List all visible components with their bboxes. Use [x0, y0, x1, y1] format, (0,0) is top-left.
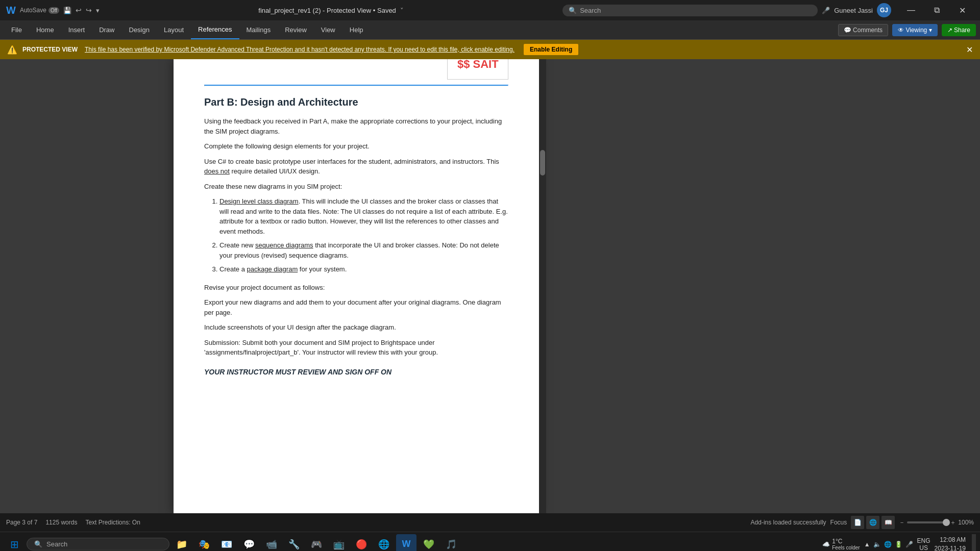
more-button[interactable]: ▾ — [96, 7, 100, 14]
tray-icon-2[interactable]: 🔈 — [873, 541, 881, 548]
title-bar: W AutoSave Off 💾 ↩ ↪ ▾ final_project_rev… — [0, 0, 980, 20]
tab-file[interactable]: File — [4, 20, 29, 39]
list-item-3: Create a package diagram for your system… — [219, 264, 508, 274]
read-view-icon[interactable]: 📖 — [881, 516, 895, 529]
title-bar-left: W AutoSave Off 💾 ↩ ↪ ▾ — [6, 5, 100, 16]
minimize-button[interactable]: — — [899, 2, 923, 18]
weather-widget: ☁️ 1°C Feels colder — [822, 538, 860, 550]
para2: Complete the following design elements f… — [204, 141, 508, 152]
protected-label: PROTECTED VIEW — [22, 46, 78, 53]
taskbar-app-8[interactable]: 🔴 — [351, 534, 372, 552]
zoom-in-btn[interactable]: ＋ — [950, 518, 956, 527]
taskbar-app-1[interactable]: 🎭 — [194, 534, 214, 552]
title-bar-right: 🔍 Search 🎤 Guneet Jassi GJ — ⧉ ✕ — [562, 2, 974, 18]
user-name: Guneet Jassi — [834, 7, 873, 14]
share-button[interactable]: ↗ Share — [942, 24, 976, 36]
close-bar-button[interactable]: ✕ — [966, 45, 973, 55]
para3: Use C# to create basic prototype user in… — [204, 157, 508, 177]
taskbar-file-explorer[interactable]: 📁 — [172, 534, 192, 552]
taskbar-app-2[interactable]: 📧 — [216, 534, 237, 552]
part-b-heading: Part B: Design and Architecture — [204, 96, 508, 108]
tab-review[interactable]: Review — [278, 20, 314, 39]
para5: Revise your project document as follows: — [204, 283, 508, 293]
taskbar-app-11[interactable]: 🎵 — [441, 534, 461, 552]
search-bar[interactable]: 🔍 Search — [562, 5, 818, 16]
taskbar-app-10[interactable]: 💚 — [419, 534, 439, 552]
taskbar-app-7[interactable]: 📺 — [329, 534, 349, 552]
undo-button[interactable]: ↩ — [76, 6, 82, 14]
dropdown-arrow[interactable]: ˅ — [400, 7, 404, 14]
list-item-1: Design level class diagram. This will in… — [219, 196, 508, 236]
tab-mailings[interactable]: Mailings — [239, 20, 278, 39]
windows-icon: ⊞ — [10, 538, 19, 550]
status-right: Add-ins loaded successfully Focus 📄 🌐 📖 … — [751, 516, 974, 529]
language-selector[interactable]: ENG US — [917, 537, 930, 552]
web-view-icon[interactable]: 🌐 — [866, 516, 879, 529]
taskbar: ⊞ 🔍 Search 📁 🎭 📧 💬 📹 🔧 🎮 📺 🔴 🌐 W 💚 🎵 ☁️ … — [0, 532, 980, 551]
file-name: final_project_rev1 (2) - Protected View … — [258, 7, 396, 14]
warning-icon: ⚠️ — [7, 45, 17, 55]
taskbar-app-4[interactable]: 📹 — [261, 534, 282, 552]
taskbar-apps: 📁 🎭 📧 💬 📹 🔧 🎮 📺 🔴 🌐 W 💚 🎵 — [172, 534, 461, 552]
mic-icon[interactable]: 🎤 — [822, 7, 830, 14]
enable-editing-button[interactable]: Enable Editing — [524, 44, 578, 55]
print-view-icon[interactable]: 📄 — [851, 516, 864, 529]
list-item-2: Create new sequence diagrams that incorp… — [219, 240, 508, 260]
zoom-slider[interactable] — [907, 521, 948, 523]
taskbar-app-3[interactable]: 💬 — [239, 534, 259, 552]
tab-home[interactable]: Home — [29, 20, 61, 39]
restore-button[interactable]: ⧉ — [925, 2, 948, 18]
search-icon: 🔍 — [34, 540, 42, 548]
tray-icon-4[interactable]: 🔋 — [895, 541, 902, 548]
status-bar: Page 3 of 7 1125 words Text Predictions:… — [0, 513, 980, 532]
doc-wrapper: $$ SAIT Part B: Design and Architecture … — [174, 59, 546, 513]
taskbar-app-5[interactable]: 🔧 — [284, 534, 304, 552]
show-desktop-button[interactable] — [972, 534, 976, 552]
taskbar-right: ☁️ 1°C Feels colder ▲ 🔈 🌐 🔋 🎤 ENG US 12:… — [822, 534, 976, 552]
comments-button[interactable]: 💬 Comments — [838, 24, 888, 36]
tab-layout[interactable]: Layout — [157, 20, 191, 39]
tray-icon-1[interactable]: ▲ — [864, 541, 870, 548]
tab-help[interactable]: Help — [342, 20, 371, 39]
clock[interactable]: 12:08 AM 2023-11-19 — [935, 536, 966, 551]
para6: Export your new diagrams and add them to… — [204, 297, 508, 317]
tab-draw[interactable]: Draw — [92, 20, 121, 39]
package-diagram-link: package diagram — [247, 265, 298, 273]
left-margin — [0, 59, 174, 513]
close-button[interactable]: ✕ — [950, 2, 974, 18]
scrollbar-thumb[interactable] — [540, 150, 545, 176]
view-icons: 📄 🌐 📖 — [851, 516, 895, 529]
word-count: 1125 words — [45, 519, 77, 526]
taskbar-app-6[interactable]: 🎮 — [306, 534, 327, 552]
tray-icon-5[interactable]: 🎤 — [905, 541, 913, 548]
save-icon[interactable]: 💾 — [63, 7, 71, 14]
title-bar-center: final_project_rev1 (2) - Protected View … — [100, 7, 562, 14]
tab-design[interactable]: Design — [122, 20, 157, 39]
ribbon-right: 💬 Comments 👁 Viewing ▾ ↗ Share — [838, 24, 976, 36]
para7: Include screenshots of your UI design af… — [204, 322, 508, 333]
document-area: $$ SAIT Part B: Design and Architecture … — [0, 59, 980, 513]
logo-text: $$ SAIT — [457, 59, 499, 71]
scrollbar[interactable] — [539, 59, 546, 513]
taskbar-search[interactable]: 🔍 Search — [27, 538, 169, 550]
avatar[interactable]: GJ — [877, 3, 891, 17]
start-button[interactable]: ⊞ — [4, 534, 24, 552]
tab-references[interactable]: References — [191, 20, 239, 39]
zoom-level: 100% — [958, 519, 974, 526]
zoom-control: － ＋ 100% — [899, 518, 974, 527]
tab-view[interactable]: View — [314, 20, 342, 39]
tray-icon-3[interactable]: 🌐 — [884, 541, 892, 548]
taskbar-app-9[interactable]: 🌐 — [374, 534, 394, 552]
logo-area: $$ SAIT — [447, 59, 508, 80]
redo-button[interactable]: ↪ — [86, 6, 92, 14]
tab-insert[interactable]: Insert — [61, 20, 92, 39]
zoom-out-btn[interactable]: － — [899, 518, 905, 527]
word-logo: W — [6, 5, 16, 16]
focus-button[interactable]: Focus — [830, 519, 847, 526]
protected-message: This file has been verified by Microsoft… — [85, 46, 514, 53]
para4: Create these new diagrams in you SIM pro… — [204, 182, 508, 192]
taskbar-app-word[interactable]: W — [396, 534, 416, 552]
weather-icon: ☁️ — [822, 541, 830, 548]
viewing-button[interactable]: 👁 Viewing ▾ — [892, 24, 938, 36]
autosave-toggle[interactable]: Off — [48, 7, 59, 14]
